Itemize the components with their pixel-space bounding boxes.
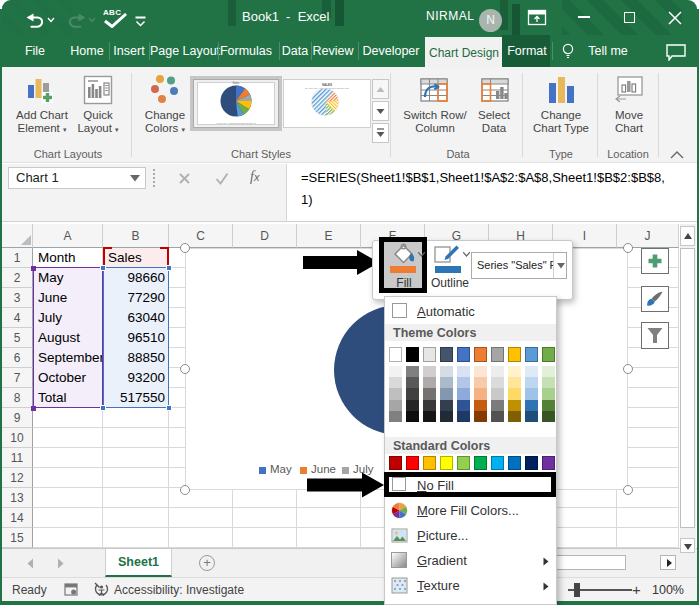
svg-text:Sales: Sales bbox=[233, 81, 241, 85]
svg-text:SALES: SALES bbox=[322, 83, 332, 87]
svg-text:May June July August September: May June July August September October T… bbox=[216, 122, 256, 124]
